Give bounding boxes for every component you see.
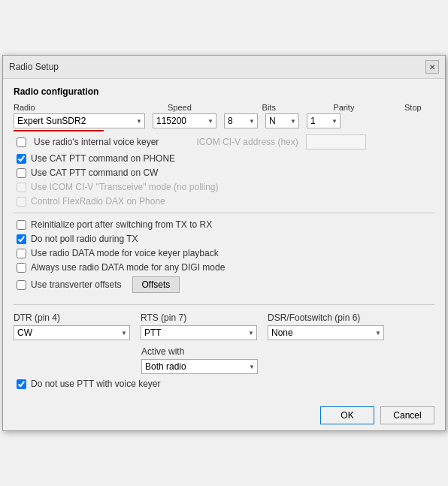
rts-group: RTS (pin 7) PTT CW None ▼ <box>141 312 257 342</box>
bits-select[interactable]: 8 <box>224 113 258 128</box>
dtr-dropdown-wrapper: CW PTT None ▼ <box>14 325 130 340</box>
icom-section: Use radio's internal voice keyer ICOM CI… <box>14 134 434 149</box>
data-digi-checkbox[interactable] <box>17 263 26 273</box>
bits-label: Bits <box>262 103 292 112</box>
dsr-select[interactable]: None <box>268 325 384 340</box>
icom-label: ICOM CI-V address (hex) <box>196 137 298 147</box>
cb-flexradio-row: Control FlexRadio DAX on Phone <box>14 196 434 207</box>
radio-select[interactable]: Expert SunSDR2 <box>14 113 145 128</box>
dtr-group: DTR (pin 4) CW PTT None ▼ <box>14 312 130 342</box>
data-voice-checkbox[interactable] <box>17 249 26 258</box>
do-not-use-ptt-checkbox[interactable] <box>17 379 26 389</box>
offsets-button[interactable]: Offsets <box>132 276 180 293</box>
icom-input[interactable] <box>306 134 366 149</box>
reinit-label: Reinitialize port after switching from T… <box>31 219 212 230</box>
active-with-section: Active with Both radio Radio 1 Radio 2 ▼ <box>141 346 434 374</box>
transverter-label: Use transverter offsets <box>31 279 122 290</box>
radio-label: Radio <box>14 103 44 112</box>
both-radio-select[interactable]: Both radio Radio 1 Radio 2 <box>141 359 258 374</box>
window-title: Radio Setup <box>9 62 59 72</box>
close-button[interactable]: ✕ <box>425 60 439 74</box>
dtr-label: DTR (pin 4) <box>14 312 130 323</box>
cb-cat-ptt-cw-row: Use CAT PTT command on CW <box>14 168 434 178</box>
voice-keyer-checkbox[interactable] <box>17 137 26 147</box>
flexradio-checkbox[interactable] <box>17 197 26 207</box>
cb-no-poll-row: Do not poll radio during TX <box>14 234 434 244</box>
cat-ptt-cw-label: Use CAT PTT command on CW <box>31 168 158 178</box>
transverter-checkbox[interactable] <box>17 280 26 290</box>
stop-dropdown-wrapper: 1 ▼ <box>307 113 341 128</box>
speed-select[interactable]: 115200 <box>153 113 216 128</box>
do-not-use-ptt-label: Do not use PTT with voice keyer <box>31 379 161 389</box>
speed-dropdown-wrapper: 115200 ▼ <box>153 113 216 128</box>
cat-ptt-phone-label: Use CAT PTT command on PHONE <box>31 153 175 164</box>
flexradio-label: Control FlexRadio DAX on Phone <box>31 196 165 207</box>
dsr-label: DSR/Footswitch (pin 6) <box>268 312 384 323</box>
parity-select[interactable]: N <box>265 113 299 128</box>
ok-button[interactable]: OK <box>320 406 374 424</box>
cancel-button[interactable]: Cancel <box>380 406 434 424</box>
speed-label: Speed <box>168 103 198 112</box>
voice-keyer-label: Use radio's internal voice keyer <box>34 137 159 147</box>
icom-transceive-checkbox[interactable] <box>17 183 26 192</box>
do-not-use-ptt-row: Do not use PTT with voice keyer <box>14 379 434 389</box>
cat-ptt-cw-checkbox[interactable] <box>17 168 26 178</box>
both-radio-dropdown-wrapper: Both radio Radio 1 Radio 2 ▼ <box>141 359 258 374</box>
title-bar: Radio Setup ✕ <box>3 56 445 79</box>
data-voice-label: Use radio DATA mode for voice keyer play… <box>31 248 219 258</box>
parity-dropdown-wrapper: N ▼ <box>265 113 299 128</box>
button-row: OK Cancel <box>3 400 445 430</box>
stop-label: Stop <box>404 103 434 112</box>
pin-section: DTR (pin 4) CW PTT None ▼ RTS (pin 7) PT… <box>3 305 445 400</box>
cb-data-digi-row: Always use radio DATA mode for any DIGI … <box>14 262 434 273</box>
data-digi-label: Always use radio DATA mode for any DIGI … <box>31 262 225 273</box>
no-poll-label: Do not poll radio during TX <box>31 234 138 244</box>
cb-transverter-row: Use transverter offsets Offsets <box>14 276 434 293</box>
dsr-dropdown-wrapper: None ▼ <box>268 325 384 340</box>
dropdowns-row: Expert SunSDR2 ▼ 115200 ▼ 8 ▼ N ▼ <box>14 113 434 128</box>
icom-transceive-label: Use ICOM CI-V "Transceive" mode (no poll… <box>31 182 219 192</box>
pin-dropdowns-row: DTR (pin 4) CW PTT None ▼ RTS (pin 7) PT… <box>14 312 434 342</box>
section-title: Radio configuration <box>14 86 434 97</box>
dsr-group: DSR/Footswitch (pin 6) None ▼ <box>268 312 384 342</box>
radio-dropdown-wrapper: Expert SunSDR2 ▼ <box>14 113 145 128</box>
cb-data-voice-row: Use radio DATA mode for voice keyer play… <box>14 248 434 258</box>
cat-ptt-phone-checkbox[interactable] <box>17 154 26 164</box>
cb-icom-transceive-row: Use ICOM CI-V "Transceive" mode (no poll… <box>14 182 434 192</box>
rts-select[interactable]: PTT CW None <box>141 325 257 340</box>
stop-select[interactable]: 1 <box>307 113 341 128</box>
dtr-select[interactable]: CW PTT None <box>14 325 130 340</box>
bits-dropdown-wrapper: 8 ▼ <box>224 113 258 128</box>
radio-underline <box>14 130 104 131</box>
reinit-checkbox[interactable] <box>17 220 26 230</box>
cb-reinit-row: Reinitialize port after switching from T… <box>14 219 434 230</box>
radio-setup-window: Radio Setup ✕ Radio configuration Radio … <box>2 55 446 431</box>
rts-label: RTS (pin 7) <box>141 312 257 323</box>
no-poll-checkbox[interactable] <box>17 234 26 244</box>
rts-dropdown-wrapper: PTT CW None ▼ <box>141 325 257 340</box>
radio-config-section: Radio configuration Radio Speed Bits Par… <box>3 79 445 304</box>
cb-cat-ptt-phone-row: Use CAT PTT command on PHONE <box>14 153 434 164</box>
parity-label: Parity <box>333 103 363 112</box>
active-with-label: Active with <box>141 346 434 357</box>
separator-1 <box>14 213 434 213</box>
field-labels-row: Radio Speed Bits Parity Stop <box>14 103 434 112</box>
